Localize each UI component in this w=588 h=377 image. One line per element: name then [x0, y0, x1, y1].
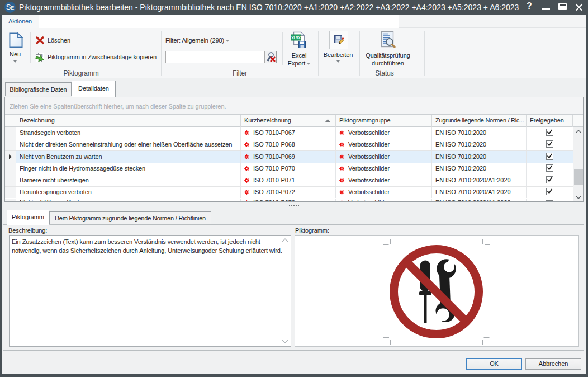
svg-text:XLSX: XLSX — [291, 36, 301, 40]
